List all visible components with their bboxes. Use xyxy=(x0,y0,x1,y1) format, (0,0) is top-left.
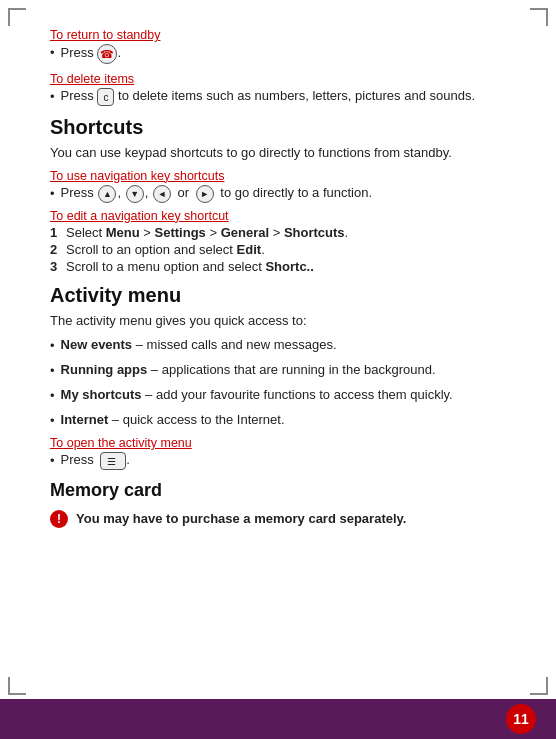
nav-shortcuts-bullet: • Press ▲, ▼, ◄ or ► to go directly to a… xyxy=(50,185,506,203)
nav-down-icon: ▼ xyxy=(126,185,144,203)
step-3: 3 Scroll to a menu option and select Sho… xyxy=(50,259,506,274)
nav-right-icon: ► xyxy=(196,185,214,203)
nav-press-text: Press ▲, ▼, ◄ or ► to go directly to a f… xyxy=(61,185,373,203)
shortcuts-desc: You can use keypad shortcuts to go direc… xyxy=(50,143,506,163)
step-1-text: Select Menu > Settings > General > Short… xyxy=(66,225,348,240)
activity-item-1: • New events – missed calls and new mess… xyxy=(50,336,506,356)
bullet-dot-3: • xyxy=(50,186,55,201)
nav-shortcuts-link: To use navigation key shortcuts xyxy=(50,169,506,183)
return-press-text: Press ☎. xyxy=(61,44,121,64)
corner-tl xyxy=(8,8,26,26)
main-content: To return to standby • Press ☎. To delet… xyxy=(50,28,506,679)
step-3-text: Scroll to a menu option and select Short… xyxy=(66,259,314,274)
return-to-standby-bullet: • Press ☎. xyxy=(50,44,506,64)
activity-item-1-text: New events – missed calls and new messag… xyxy=(61,336,337,355)
nav-left-icon: ◄ xyxy=(153,185,171,203)
step-2-text: Scroll to an option and select Edit. xyxy=(66,242,265,257)
memory-card-warning: ! You may have to purchase a memory card… xyxy=(50,509,506,529)
activity-menu-section: Activity menu The activity menu gives yo… xyxy=(50,284,506,471)
activity-item-4-text: Internet – quick access to the Internet. xyxy=(61,411,285,430)
page-number: 11 xyxy=(506,704,536,734)
activity-item-2-text: Running apps – applications that are run… xyxy=(61,361,436,380)
activity-item-2: • Running apps – applications that are r… xyxy=(50,361,506,381)
bullet-dot-2: • xyxy=(50,89,55,104)
end-key-icon: ☎ xyxy=(97,44,117,64)
bullet-dot-8: • xyxy=(50,453,55,468)
return-to-standby-section: To return to standby • Press ☎. xyxy=(50,28,506,64)
page-container: To return to standby • Press ☎. To delet… xyxy=(0,0,556,739)
delete-items-bullet: • Press c to delete items such as number… xyxy=(50,88,506,106)
bullet-dot: • xyxy=(50,45,55,60)
bullet-dot-7: • xyxy=(50,412,55,431)
bottom-bar: 11 xyxy=(0,699,556,739)
memory-card-warning-text: You may have to purchase a memory card s… xyxy=(76,509,406,529)
menu-key-icon: ☰ ​ xyxy=(100,452,126,470)
activity-menu-heading: Activity menu xyxy=(50,284,506,307)
bullet-dot-6: • xyxy=(50,387,55,406)
memory-card-section: Memory card ! You may have to purchase a… xyxy=(50,480,506,529)
edit-nav-link: To edit a navigation key shortcut xyxy=(50,209,506,223)
shortcuts-heading: Shortcuts xyxy=(50,116,506,139)
activity-item-3: • My shortcuts – add your favourite func… xyxy=(50,386,506,406)
warning-icon: ! xyxy=(50,510,68,528)
nav-up-icon: ▲ xyxy=(98,185,116,203)
bullet-dot-5: • xyxy=(50,362,55,381)
activity-item-3-text: My shortcuts – add your favourite functi… xyxy=(61,386,453,405)
c-key-icon: c xyxy=(97,88,114,106)
memory-card-heading: Memory card xyxy=(50,480,506,501)
activity-bullets-list: • New events – missed calls and new mess… xyxy=(50,336,506,430)
step-2: 2 Scroll to an option and select Edit. xyxy=(50,242,506,257)
corner-br xyxy=(530,677,548,695)
delete-items-link: To delete items xyxy=(50,72,506,86)
corner-bl xyxy=(8,677,26,695)
activity-menu-desc: The activity menu gives you quick access… xyxy=(50,311,506,331)
activity-item-4: • Internet – quick access to the Interne… xyxy=(50,411,506,431)
open-activity-link: To open the activity menu xyxy=(50,436,506,450)
corner-tr xyxy=(530,8,548,26)
delete-press-text: Press c to delete items such as numbers,… xyxy=(61,88,475,106)
return-to-standby-link: To return to standby xyxy=(50,28,506,42)
delete-items-section: To delete items • Press c to delete item… xyxy=(50,72,506,106)
open-activity-bullet: • Press ☰ ​. xyxy=(50,452,506,470)
bullet-dot-4: • xyxy=(50,337,55,356)
shortcuts-section: Shortcuts You can use keypad shortcuts t… xyxy=(50,116,506,274)
open-activity-text: Press ☰ ​. xyxy=(61,452,130,470)
step-1: 1 Select Menu > Settings > General > Sho… xyxy=(50,225,506,240)
